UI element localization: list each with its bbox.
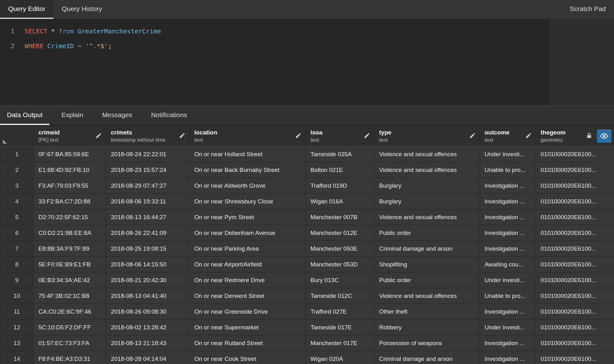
row-number[interactable]: 5 [0, 209, 34, 225]
grid-cell[interactable]: Investigation ... [480, 194, 536, 209]
grid-cell[interactable]: 2018-08-13 21:18:43 [106, 335, 190, 351]
grid-cell[interactable]: Manchester 012E [306, 225, 374, 241]
row-number[interactable]: 1 [0, 146, 34, 162]
row-number[interactable]: 10 [0, 288, 34, 304]
grid-cell[interactable]: Manchester 053D [306, 257, 374, 272]
column-header-outcome[interactable]: outcome text [480, 126, 536, 146]
grid-cell[interactable]: Public order [374, 272, 480, 288]
row-number[interactable]: 6 [0, 225, 34, 241]
grid-cell[interactable]: F8:F4:BE:A3:D3:31 [34, 351, 106, 364]
row-number[interactable]: 7 [0, 241, 34, 257]
grid-cell[interactable]: 2018-08-26 09:08:30 [106, 304, 190, 320]
grid-cell[interactable]: On or near Shrewsbury Close [190, 194, 306, 209]
grid-cell[interactable]: Investigation ... [480, 335, 536, 351]
grid-cell[interactable]: Wigan 016A [306, 194, 374, 209]
grid-cell[interactable]: Investigation ... [480, 178, 536, 194]
tab-data-output[interactable]: Data Output [0, 106, 49, 125]
row-number[interactable]: 8 [0, 257, 34, 272]
grid-cell[interactable]: Bolton 021E [306, 162, 374, 178]
grid-cell[interactable]: 0101000020E6100... [536, 241, 614, 257]
grid-cell[interactable]: 33:F2:BA:C7:2D:88 [34, 194, 106, 209]
grid-cell[interactable]: CA:C0:2E:6C:9F:46 [34, 304, 106, 320]
grid-cell[interactable]: Unable to pro... [480, 162, 536, 178]
grid-cell[interactable]: Public order [374, 225, 480, 241]
grid-cell[interactable]: On or near Airport/Airfield [190, 257, 306, 272]
grid-cell[interactable]: 2018-08-25 19:08:15 [106, 241, 190, 257]
grid-cell[interactable]: 2018-08-29 07:47:27 [106, 178, 190, 194]
column-header-location[interactable]: location text [190, 126, 306, 146]
grid-cell[interactable]: 0101000020E6100... [536, 257, 614, 272]
grid-cell[interactable]: On or near Holland Street [190, 146, 306, 162]
column-header-lsoa[interactable]: lsoa text [306, 126, 374, 146]
grid-cell[interactable]: 0101000020E6100... [536, 320, 614, 335]
grid-cell[interactable]: 0F:67:BA:85:59:6E [34, 146, 106, 162]
tab-query-editor[interactable]: Query Editor [0, 0, 54, 19]
grid-cell[interactable]: 2018-08-24 22:22:01 [106, 146, 190, 162]
grid-cell[interactable]: Other theft [374, 304, 480, 320]
grid-cell[interactable]: 2018-08-13 04:41:40 [106, 288, 190, 304]
grid-cell[interactable]: 0101000020E6100... [536, 162, 614, 178]
grid-cell[interactable]: Violence and sexual offences [374, 146, 480, 162]
grid-cell[interactable]: 2018-08-02 13:28:42 [106, 320, 190, 335]
grid-cell[interactable]: D2:70:22:5F:62:15 [34, 209, 106, 225]
grid-cell[interactable]: Under investi... [480, 320, 536, 335]
grid-cell[interactable]: Manchester 017E [306, 335, 374, 351]
grid-cell[interactable]: Violence and sexual offences [374, 288, 480, 304]
grid-cell[interactable]: On or near Derwent Street [190, 288, 306, 304]
grid-cell[interactable]: Violence and sexual offences [374, 209, 480, 225]
scratch-pad-panel[interactable] [548, 19, 614, 105]
row-number[interactable]: 13 [0, 335, 34, 351]
row-number[interactable]: 2 [0, 162, 34, 178]
grid-cell[interactable]: Under investi... [480, 272, 536, 288]
grid-cell[interactable]: Unable to pro... [480, 288, 536, 304]
edit-pencil-icon[interactable] [95, 132, 102, 139]
grid-cell[interactable]: Violence and sexual offences [374, 162, 480, 178]
grid-cell[interactable]: 2018-08-06 14:15:50 [106, 257, 190, 272]
grid-cell[interactable]: 0101000020E6100... [536, 209, 614, 225]
grid-cell[interactable]: Bury 013C [306, 272, 374, 288]
sql-editor[interactable]: 1 SELECT * from GreaterManchesterCrime 2… [0, 19, 548, 105]
grid-cell[interactable]: On or near Redmere Drive [190, 272, 306, 288]
grid-cell[interactable]: On or near Greenside Drive [190, 304, 306, 320]
grid-cell[interactable]: On or near Supermarket [190, 320, 306, 335]
grid-cell[interactable]: 2018-08-21 20:42:30 [106, 272, 190, 288]
grid-cell[interactable]: On or near Parking Area [190, 241, 306, 257]
grid-cell[interactable]: Manchester 050E [306, 241, 374, 257]
grid-cell[interactable]: 0101000020E6100... [536, 272, 614, 288]
edit-pencil-icon[interactable] [295, 132, 302, 139]
grid-cell[interactable]: 0101000020E6100... [536, 178, 614, 194]
row-number[interactable]: 11 [0, 304, 34, 320]
grid-cell[interactable]: On or near Pym Street [190, 209, 306, 225]
edit-pencil-icon[interactable] [469, 132, 476, 139]
grid-cell[interactable]: 0101000020E6100... [536, 288, 614, 304]
tab-query-history[interactable]: Query History [54, 0, 110, 19]
tab-scratch-pad[interactable]: Scratch Pad [562, 0, 614, 19]
grid-cell[interactable]: 0101000020E6100... [536, 351, 614, 364]
grid-cell[interactable]: Criminal damage and arson [374, 241, 480, 257]
grid-cell[interactable]: Under investi... [480, 146, 536, 162]
grid-cell[interactable]: Investigation ... [480, 351, 536, 364]
grid-cell[interactable]: On or near Debenham Avenue [190, 225, 306, 241]
row-number[interactable]: 4 [0, 194, 34, 209]
grid-cell[interactable]: 0101000020E6100... [536, 304, 614, 320]
row-number[interactable]: 9 [0, 272, 34, 288]
grid-cell[interactable]: On or near Aldworth Grove [190, 178, 306, 194]
grid-cell[interactable]: 0E:B3:34:3A:AE:42 [34, 272, 106, 288]
grid-cell[interactable]: 5C:10:D5:F2:DF:FF [34, 320, 106, 335]
grid-cell[interactable]: 2018-08-06 19:33:11 [106, 194, 190, 209]
edit-pencil-icon[interactable] [525, 132, 532, 139]
grid-cell[interactable]: Possession of weapons [374, 335, 480, 351]
grid-cell[interactable]: On or near Rutland Street [190, 335, 306, 351]
column-header-crimeid[interactable]: crimeid [PK] text [34, 126, 106, 146]
grid-cell[interactable]: Investigation ... [480, 304, 536, 320]
grid-cell[interactable]: 0101000020E6100... [536, 225, 614, 241]
grid-cell[interactable]: 2018-08-23 15:57:24 [106, 162, 190, 178]
row-number[interactable]: 3 [0, 178, 34, 194]
grid-cell[interactable]: 75:4F:3B:02:1C:B8 [34, 288, 106, 304]
row-number[interactable]: 12 [0, 320, 34, 335]
grid-cell[interactable]: On or near Back Burnaby Street [190, 162, 306, 178]
tab-explain[interactable]: Explain [54, 106, 90, 125]
grid-cell[interactable]: Wigan 020A [306, 351, 374, 364]
grid-cell[interactable]: F3:AF:79:03:F9:55 [34, 178, 106, 194]
tab-notifications[interactable]: Notifications [144, 106, 194, 125]
